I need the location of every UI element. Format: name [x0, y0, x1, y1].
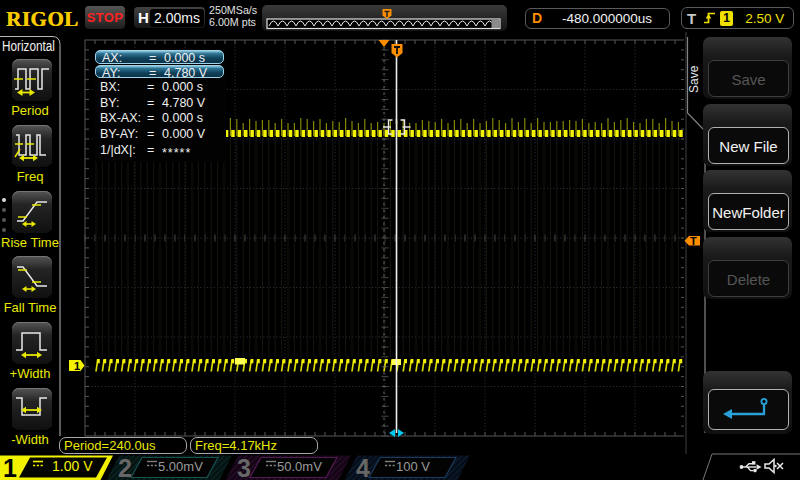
svg-text:1.00 V: 1.00 V	[52, 458, 93, 474]
svg-text:2: 2	[118, 454, 132, 480]
svg-text:100 V: 100 V	[396, 459, 430, 474]
svg-text:5.00mV: 5.00mV	[158, 459, 203, 474]
svg-text:4: 4	[356, 454, 370, 480]
svg-text:3: 3	[237, 454, 251, 480]
svg-text:50.0mV: 50.0mV	[277, 459, 322, 474]
svg-text:1: 1	[3, 454, 17, 480]
